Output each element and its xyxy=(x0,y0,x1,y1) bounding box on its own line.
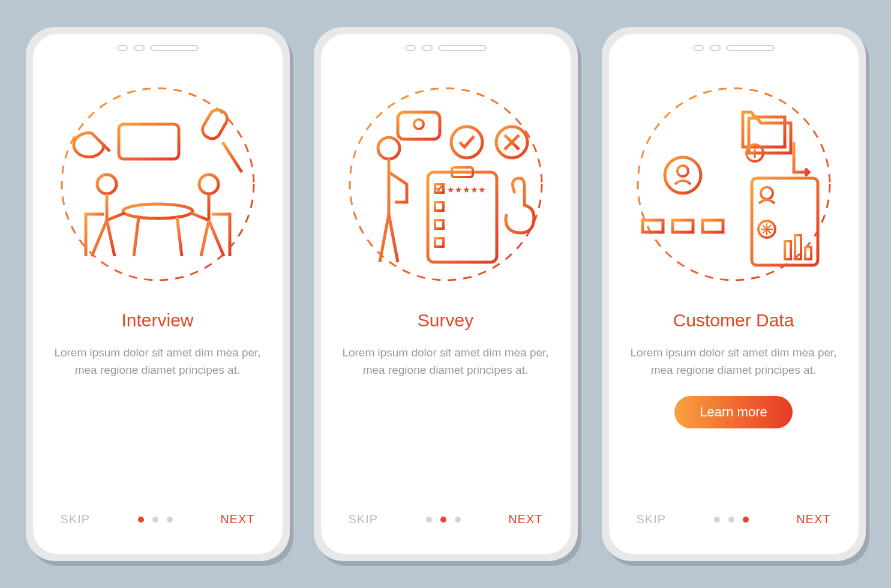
svg-rect-48 xyxy=(805,247,811,259)
svg-text:★★★★★: ★★★★★ xyxy=(447,185,486,194)
screen-description: Lorem ipsum dolor sit amet dim mea per, … xyxy=(53,344,263,379)
dot[interactable] xyxy=(714,517,720,523)
screen-title: Customer Data xyxy=(673,310,794,331)
screen-description: Lorem ipsum dolor sit amet dim mea per, … xyxy=(629,344,839,379)
page-indicator xyxy=(714,517,749,523)
svg-point-30 xyxy=(677,166,688,176)
phone-mockup: ★★★★★ Survey Lorem ipsum dolor sit amet … xyxy=(314,27,578,561)
survey-illustration: ★★★★★ xyxy=(338,76,554,292)
svg-rect-14 xyxy=(398,112,440,139)
svg-rect-26 xyxy=(435,238,443,247)
svg-rect-37 xyxy=(673,220,693,232)
screen-description: Lorem ipsum dolor sit amet dim mea per, … xyxy=(341,344,551,379)
svg-line-2 xyxy=(134,217,139,256)
phone-notch xyxy=(33,45,283,51)
svg-rect-46 xyxy=(785,241,791,259)
next-button[interactable]: NEXT xyxy=(796,512,830,526)
phone-mockup: Customer Data Lorem ipsum dolor sit amet… xyxy=(602,27,866,561)
svg-point-13 xyxy=(378,137,400,159)
svg-point-15 xyxy=(414,119,424,129)
dot[interactable] xyxy=(152,517,158,523)
dot[interactable] xyxy=(455,517,461,523)
phone-notch xyxy=(609,45,859,51)
phone-mockup: Interview Lorem ipsum dolor sit amet dim… xyxy=(26,27,290,561)
svg-rect-10 xyxy=(199,107,230,142)
screen-title: Survey xyxy=(418,310,473,331)
svg-point-41 xyxy=(761,187,773,199)
skip-button[interactable]: SKIP xyxy=(349,512,379,526)
svg-line-3 xyxy=(177,217,182,256)
dot[interactable] xyxy=(440,517,446,523)
phone-notch xyxy=(321,45,571,51)
svg-point-0 xyxy=(62,88,254,280)
learn-more-button[interactable]: Learn more xyxy=(674,396,793,428)
svg-point-5 xyxy=(199,175,218,194)
dot[interactable] xyxy=(426,517,432,523)
page-indicator xyxy=(426,517,461,523)
onboarding-screen-2: ★★★★★ Survey Lorem ipsum dolor sit amet … xyxy=(321,34,571,554)
svg-point-4 xyxy=(97,175,116,194)
next-button[interactable]: NEXT xyxy=(220,512,254,526)
dot[interactable] xyxy=(743,517,749,523)
dot[interactable] xyxy=(138,517,144,523)
onboarding-screen-1: Interview Lorem ipsum dolor sit amet dim… xyxy=(33,34,283,554)
skip-button[interactable]: SKIP xyxy=(61,512,91,526)
screen-title: Interview xyxy=(121,310,193,331)
page-indicator xyxy=(138,517,173,523)
svg-line-11 xyxy=(223,142,242,172)
skip-button[interactable]: SKIP xyxy=(637,512,667,526)
onboarding-screen-3: Customer Data Lorem ipsum dolor sit amet… xyxy=(609,34,859,554)
svg-rect-36 xyxy=(643,220,663,232)
interview-illustration xyxy=(50,76,266,292)
svg-rect-24 xyxy=(435,220,443,229)
dot[interactable] xyxy=(167,517,173,523)
dot[interactable] xyxy=(728,517,734,523)
svg-rect-38 xyxy=(703,220,723,232)
svg-point-1 xyxy=(123,204,193,218)
next-button[interactable]: NEXT xyxy=(508,512,542,526)
svg-rect-22 xyxy=(435,202,443,211)
customer-data-illustration xyxy=(626,76,842,292)
